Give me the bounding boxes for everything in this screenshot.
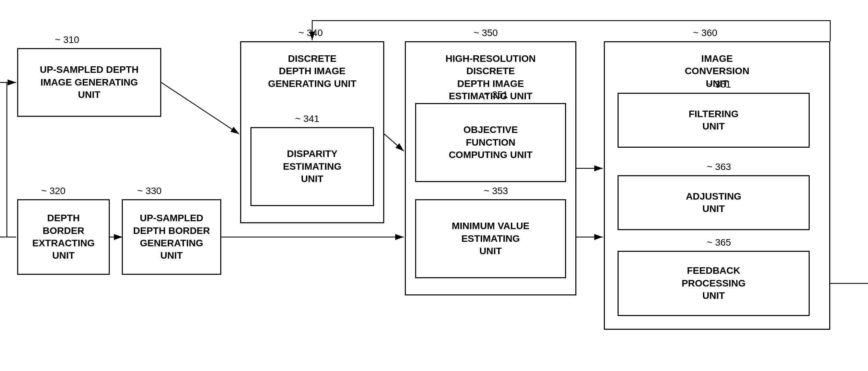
block-361-label: FILTERINGUNIT xyxy=(689,108,739,133)
ref-310: ~ 310 xyxy=(55,34,79,45)
block-351: OBJECTIVEFUNCTIONCOMPUTING UNIT xyxy=(415,103,566,182)
ref-360: ~ 360 xyxy=(693,27,717,38)
svg-line-3 xyxy=(384,134,404,151)
block-365-label: FEEDBACKPROCESSINGUNIT xyxy=(682,265,746,302)
ref-361: ~ 361 xyxy=(707,79,731,90)
block-341: DISPARITYESTIMATINGUNIT xyxy=(250,127,374,206)
block-361: FILTERINGUNIT xyxy=(618,93,810,148)
ref-363: ~ 363 xyxy=(707,161,731,172)
ref-353: ~ 353 xyxy=(484,186,508,196)
ref-351: ~ 351 xyxy=(484,89,508,100)
block-363: ADJUSTINGUNIT xyxy=(618,175,810,230)
block-365: FEEDBACKPROCESSINGUNIT xyxy=(618,251,810,316)
block-320-label: DEPTHBORDEREXTRACTINGUNIT xyxy=(32,212,95,262)
block-353-label: MINIMUM VALUEESTIMATINGUNIT xyxy=(452,220,530,257)
svg-line-1 xyxy=(161,82,239,134)
ref-330: ~ 330 xyxy=(137,186,162,196)
block-351-label: OBJECTIVEFUNCTIONCOMPUTING UNIT xyxy=(449,124,532,161)
diagram: UP-SAMPLED DEPTHIMAGE GENERATINGUNIT ~ 3… xyxy=(0,0,868,371)
block-310: UP-SAMPLED DEPTHIMAGE GENERATINGUNIT xyxy=(17,48,161,117)
block-353: MINIMUM VALUEESTIMATINGUNIT xyxy=(415,199,566,278)
block-320: DEPTHBORDEREXTRACTINGUNIT xyxy=(17,199,110,275)
block-341-label: DISPARITYESTIMATINGUNIT xyxy=(283,148,342,185)
block-340-label: DISCRETEDEPTH IMAGEGENERATING UNIT xyxy=(268,53,356,90)
ref-340: ~ 340 xyxy=(298,27,323,38)
block-330: UP-SAMPLEDDEPTH BORDERGENERATINGUNIT xyxy=(122,199,221,275)
ref-365: ~ 365 xyxy=(707,237,731,248)
ref-350: ~ 350 xyxy=(473,27,498,38)
block-330-label: UP-SAMPLEDDEPTH BORDERGENERATINGUNIT xyxy=(133,212,210,262)
block-310-label: UP-SAMPLED DEPTHIMAGE GENERATINGUNIT xyxy=(40,64,139,101)
block-363-label: ADJUSTINGUNIT xyxy=(686,190,741,215)
ref-320: ~ 320 xyxy=(41,186,66,196)
ref-341: ~ 341 xyxy=(295,113,319,124)
